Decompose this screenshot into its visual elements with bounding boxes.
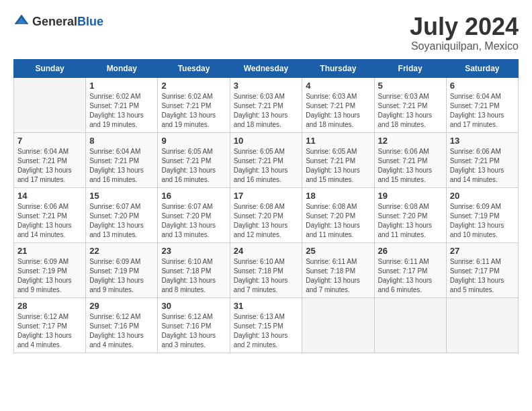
day-info: Sunrise: 6:06 AMSunset: 7:21 PMDaylight:…: [17, 202, 82, 240]
calendar-cell: 22Sunrise: 6:09 AMSunset: 7:19 PMDayligh…: [86, 242, 158, 298]
logo-text: GeneralBlue: [32, 15, 103, 29]
day-number: 9: [161, 136, 226, 146]
day-info: Sunrise: 6:06 AMSunset: 7:21 PMDaylight:…: [378, 147, 443, 185]
logo-icon: [13, 13, 30, 30]
calendar-cell: 29Sunrise: 6:12 AMSunset: 7:16 PMDayligh…: [86, 298, 158, 353]
week-row-1: 1Sunrise: 6:02 AMSunset: 7:21 PMDaylight…: [14, 77, 519, 132]
day-info: Sunrise: 6:11 AMSunset: 7:17 PMDaylight:…: [378, 257, 443, 295]
calendar-cell: [14, 77, 86, 132]
day-number: 2: [161, 81, 226, 91]
calendar-cell: 12Sunrise: 6:06 AMSunset: 7:21 PMDayligh…: [374, 132, 446, 187]
day-number: 10: [234, 136, 299, 146]
day-number: 29: [89, 301, 154, 311]
calendar-cell: 23Sunrise: 6:10 AMSunset: 7:18 PMDayligh…: [158, 242, 230, 298]
week-row-4: 21Sunrise: 6:09 AMSunset: 7:19 PMDayligh…: [14, 242, 519, 298]
day-info: Sunrise: 6:05 AMSunset: 7:21 PMDaylight:…: [234, 147, 299, 185]
day-info: Sunrise: 6:02 AMSunset: 7:21 PMDaylight:…: [161, 92, 226, 130]
week-row-3: 14Sunrise: 6:06 AMSunset: 7:21 PMDayligh…: [14, 187, 519, 242]
day-number: 7: [17, 136, 82, 146]
week-row-2: 7Sunrise: 6:04 AMSunset: 7:21 PMDaylight…: [14, 132, 519, 187]
day-number: 14: [17, 191, 82, 201]
calendar-header: SundayMondayTuesdayWednesdayThursdayFrid…: [14, 59, 519, 77]
day-number: 15: [89, 191, 154, 201]
day-number: 26: [378, 246, 443, 256]
day-info: Sunrise: 6:06 AMSunset: 7:21 PMDaylight:…: [450, 147, 515, 185]
day-info: Sunrise: 6:04 AMSunset: 7:21 PMDaylight:…: [89, 147, 154, 185]
calendar-cell: 8Sunrise: 6:04 AMSunset: 7:21 PMDaylight…: [86, 132, 158, 187]
week-row-5: 28Sunrise: 6:12 AMSunset: 7:17 PMDayligh…: [14, 298, 519, 353]
day-info: Sunrise: 6:03 AMSunset: 7:21 PMDaylight:…: [306, 92, 370, 130]
day-number: 6: [450, 81, 515, 91]
day-number: 11: [306, 136, 370, 146]
calendar-cell: 28Sunrise: 6:12 AMSunset: 7:17 PMDayligh…: [14, 298, 86, 353]
day-number: 28: [17, 301, 82, 311]
day-info: Sunrise: 6:07 AMSunset: 7:20 PMDaylight:…: [161, 202, 226, 240]
calendar-cell: 11Sunrise: 6:05 AMSunset: 7:21 PMDayligh…: [302, 132, 374, 187]
day-number: 18: [306, 191, 370, 201]
calendar-table: SundayMondayTuesdayWednesdayThursdayFrid…: [13, 59, 519, 353]
day-info: Sunrise: 6:08 AMSunset: 7:20 PMDaylight:…: [234, 202, 299, 240]
header-day-saturday: Saturday: [446, 59, 518, 77]
day-info: Sunrise: 6:11 AMSunset: 7:18 PMDaylight:…: [306, 257, 370, 295]
day-info: Sunrise: 6:04 AMSunset: 7:21 PMDaylight:…: [450, 92, 515, 130]
day-number: 23: [161, 246, 226, 256]
calendar-cell: 1Sunrise: 6:02 AMSunset: 7:21 PMDaylight…: [86, 77, 158, 132]
day-info: Sunrise: 6:08 AMSunset: 7:20 PMDaylight:…: [306, 202, 370, 240]
calendar-cell: 24Sunrise: 6:10 AMSunset: 7:18 PMDayligh…: [230, 242, 302, 298]
day-info: Sunrise: 6:10 AMSunset: 7:18 PMDaylight:…: [234, 257, 299, 295]
day-number: 5: [378, 81, 443, 91]
calendar-cell: 30Sunrise: 6:12 AMSunset: 7:16 PMDayligh…: [158, 298, 230, 353]
calendar-cell: 7Sunrise: 6:04 AMSunset: 7:21 PMDaylight…: [14, 132, 86, 187]
calendar-cell: 9Sunrise: 6:05 AMSunset: 7:21 PMDaylight…: [158, 132, 230, 187]
calendar-cell: [374, 298, 446, 353]
day-info: Sunrise: 6:11 AMSunset: 7:17 PMDaylight:…: [450, 257, 515, 295]
header-day-monday: Monday: [86, 59, 158, 77]
calendar-cell: 10Sunrise: 6:05 AMSunset: 7:21 PMDayligh…: [230, 132, 302, 187]
header-day-thursday: Thursday: [302, 59, 374, 77]
day-info: Sunrise: 6:07 AMSunset: 7:20 PMDaylight:…: [89, 202, 154, 240]
calendar-cell: 15Sunrise: 6:07 AMSunset: 7:20 PMDayligh…: [86, 187, 158, 242]
day-info: Sunrise: 6:12 AMSunset: 7:16 PMDaylight:…: [161, 312, 226, 350]
day-info: Sunrise: 6:09 AMSunset: 7:19 PMDaylight:…: [17, 257, 82, 295]
header-day-tuesday: Tuesday: [158, 59, 230, 77]
calendar-cell: 6Sunrise: 6:04 AMSunset: 7:21 PMDaylight…: [446, 77, 518, 132]
day-number: 19: [378, 191, 443, 201]
day-info: Sunrise: 6:05 AMSunset: 7:21 PMDaylight:…: [306, 147, 370, 185]
day-info: Sunrise: 6:12 AMSunset: 7:17 PMDaylight:…: [17, 312, 82, 350]
calendar-cell: 5Sunrise: 6:03 AMSunset: 7:21 PMDaylight…: [374, 77, 446, 132]
day-info: Sunrise: 6:05 AMSunset: 7:21 PMDaylight:…: [161, 147, 226, 185]
day-info: Sunrise: 6:04 AMSunset: 7:21 PMDaylight:…: [17, 147, 82, 185]
calendar-cell: 26Sunrise: 6:11 AMSunset: 7:17 PMDayligh…: [374, 242, 446, 298]
calendar-cell: 31Sunrise: 6:13 AMSunset: 7:15 PMDayligh…: [230, 298, 302, 353]
day-info: Sunrise: 6:03 AMSunset: 7:21 PMDaylight:…: [378, 92, 443, 130]
header-day-wednesday: Wednesday: [230, 59, 302, 77]
page-header: GeneralBlue July 2024 Soyaniquilpan, Mex…: [13, 13, 519, 52]
day-number: 30: [161, 301, 226, 311]
title-block: July 2024 Soyaniquilpan, Mexico: [410, 13, 519, 52]
day-number: 21: [17, 246, 82, 256]
header-row: SundayMondayTuesdayWednesdayThursdayFrid…: [14, 59, 519, 77]
day-number: 31: [234, 301, 299, 311]
day-number: 16: [161, 191, 226, 201]
calendar-cell: [446, 298, 518, 353]
day-number: 3: [234, 81, 299, 91]
day-info: Sunrise: 6:02 AMSunset: 7:21 PMDaylight:…: [89, 92, 154, 130]
day-info: Sunrise: 6:10 AMSunset: 7:18 PMDaylight:…: [161, 257, 226, 295]
day-number: 27: [450, 246, 515, 256]
calendar-cell: [302, 298, 374, 353]
calendar-cell: 19Sunrise: 6:08 AMSunset: 7:20 PMDayligh…: [374, 187, 446, 242]
calendar-cell: 27Sunrise: 6:11 AMSunset: 7:17 PMDayligh…: [446, 242, 518, 298]
day-number: 8: [89, 136, 154, 146]
main-title: July 2024: [410, 13, 519, 40]
header-day-sunday: Sunday: [14, 59, 86, 77]
day-number: 17: [234, 191, 299, 201]
day-number: 4: [306, 81, 370, 91]
logo-general: General: [32, 15, 77, 28]
day-info: Sunrise: 6:12 AMSunset: 7:16 PMDaylight:…: [89, 312, 154, 350]
calendar-cell: 16Sunrise: 6:07 AMSunset: 7:20 PMDayligh…: [158, 187, 230, 242]
day-info: Sunrise: 6:03 AMSunset: 7:21 PMDaylight:…: [234, 92, 299, 130]
day-number: 20: [450, 191, 515, 201]
calendar-cell: 14Sunrise: 6:06 AMSunset: 7:21 PMDayligh…: [14, 187, 86, 242]
calendar-cell: 18Sunrise: 6:08 AMSunset: 7:20 PMDayligh…: [302, 187, 374, 242]
day-number: 12: [378, 136, 443, 146]
